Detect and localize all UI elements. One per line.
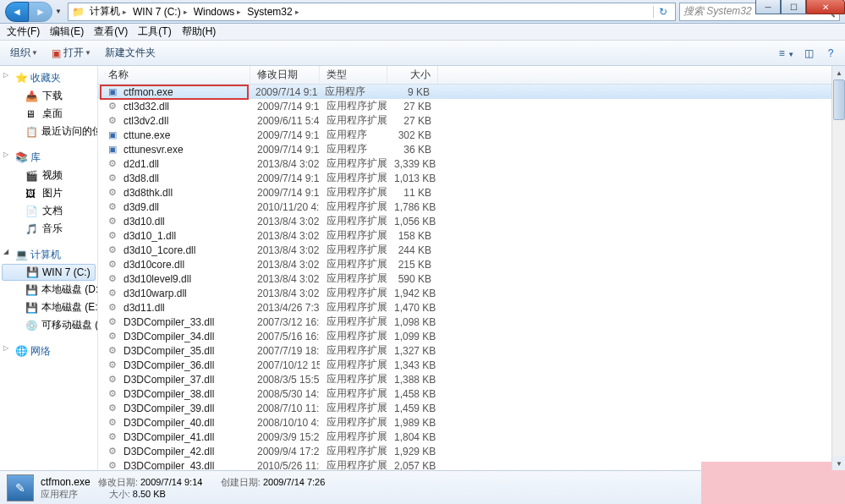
file-row[interactable]: ⚙d3d10.dll2013/8/4 3:02应用程序扩展1,056 KB: [98, 214, 845, 228]
file-row[interactable]: ⚙d3d11.dll2013/4/26 7:30应用程序扩展1,470 KB: [98, 300, 845, 315]
menu-tools[interactable]: 工具(T): [133, 23, 176, 41]
organize-button[interactable]: 组织 ▼: [5, 43, 43, 63]
file-name: D3DCompiler_42.dll: [123, 446, 214, 457]
file-size: 1,458 KB: [387, 388, 438, 400]
preview-pane-button[interactable]: ◫: [799, 47, 818, 59]
file-row[interactable]: ⚙D3DCompiler_37.dll2008/3/5 15:56应用程序扩展1…: [98, 372, 845, 386]
file-icon: ⚙: [108, 460, 120, 470]
col-header-date[interactable]: 修改日期: [250, 66, 320, 84]
vertical-scrollbar[interactable]: ▲ ▼: [831, 66, 845, 470]
file-row[interactable]: ⚙d3d10level9.dll2013/8/4 3:02应用程序扩展590 K…: [98, 271, 845, 286]
breadcrumb-computer[interactable]: 计算机▸: [88, 4, 131, 19]
nav-videos[interactable]: 🎬视频: [0, 167, 97, 184]
file-row[interactable]: ▣ctfmon.exe2009/7/14 9:14应用程序9 KB: [98, 85, 845, 99]
file-row[interactable]: ⚙d3d8.dll2009/7/14 9:15应用程序扩展1,013 KB: [98, 171, 845, 185]
close-button[interactable]: ✕: [806, 0, 845, 14]
file-row[interactable]: ⚙D3DCompiler_36.dll2007/10/12 15:14应用程序扩…: [98, 358, 845, 372]
file-icon: ⚙: [108, 101, 120, 112]
file-row[interactable]: ⚙D3DCompiler_40.dll2008/10/10 4:52应用程序扩展…: [98, 415, 845, 430]
nav-history-dropdown[interactable]: ▼: [52, 3, 64, 20]
nav-music[interactable]: 🎵音乐: [0, 220, 97, 238]
maximize-button[interactable]: ☐: [781, 0, 806, 14]
file-name: D3DCompiler_38.dll: [123, 388, 214, 400]
file-size: 36 KB: [387, 144, 438, 156]
file-row[interactable]: ⚙D3DCompiler_39.dll2008/7/10 11:00应用程序扩展…: [98, 401, 845, 415]
file-name: D3DCompiler_35.dll: [123, 345, 214, 357]
file-row[interactable]: ⚙D3DCompiler_34.dll2007/5/16 16:45应用程序扩展…: [98, 329, 845, 343]
nav-computer-header[interactable]: 💻 计算机: [0, 246, 97, 264]
nav-drive-d[interactable]: 💾本地磁盘 (D:): [0, 281, 97, 299]
file-row[interactable]: ⚙D3DCompiler_42.dll2009/9/4 17:29应用程序扩展1…: [98, 444, 845, 458]
file-row[interactable]: ⚙D3DCompiler_41.dll2009/3/9 15:27应用程序扩展1…: [98, 430, 845, 444]
nav-documents[interactable]: 📄文档: [0, 202, 97, 220]
file-name: D3DCompiler_43.dll: [123, 460, 214, 471]
minimize-button[interactable]: ─: [755, 0, 781, 14]
breadcrumb-drive[interactable]: WIN 7 (C:)▸: [131, 6, 192, 18]
file-row[interactable]: ▣cttune.exe2009/7/14 9:14应用程序302 KB: [98, 128, 845, 142]
file-name: d3d8thk.dll: [123, 187, 173, 199]
file-row[interactable]: ▣cttunesvr.exe2009/7/14 9:14应用程序36 KB: [98, 142, 845, 156]
nav-favorites-header[interactable]: ⭐ 收藏夹: [0, 69, 97, 87]
breadcrumb-windows[interactable]: Windows▸: [192, 6, 246, 18]
col-header-name[interactable]: 名称: [98, 66, 250, 84]
file-date: 2013/8/4 3:02: [250, 230, 320, 242]
address-bar[interactable]: 📁 计算机▸ WIN 7 (C:)▸ Windows▸ System32▸ ↻: [68, 3, 676, 21]
file-type: 应用程序扩展: [320, 300, 387, 315]
nav-forward-button[interactable]: ►: [29, 2, 52, 22]
file-row[interactable]: ⚙D3DCompiler_35.dll2007/7/19 18:14应用程序扩展…: [98, 343, 845, 358]
file-list[interactable]: ▣ctfmon.exe2009/7/14 9:14应用程序9 KB⚙ctl3d3…: [98, 85, 845, 470]
file-row[interactable]: ⚙d3d8thk.dll2009/7/14 9:15应用程序扩展11 KB: [98, 185, 845, 200]
scroll-down-button[interactable]: ▼: [832, 457, 845, 470]
file-type: 应用程序扩展: [320, 458, 387, 470]
file-date: 2013/8/4 3:02: [250, 259, 320, 271]
file-row[interactable]: ⚙ctl3d32.dll2009/7/14 9:15应用程序扩展27 KB: [98, 99, 845, 113]
file-name: cttunesvr.exe: [123, 144, 184, 156]
col-header-type[interactable]: 类型: [320, 66, 387, 84]
nav-back-button[interactable]: ◄: [5, 2, 29, 22]
breadcrumb-system32[interactable]: System32▸: [245, 6, 303, 18]
file-row[interactable]: ⚙D3DCompiler_38.dll2008/5/30 14:11应用程序扩展…: [98, 386, 845, 401]
file-row[interactable]: ⚙d3d9.dll2010/11/20 4:18应用程序扩展1,786 KB: [98, 200, 845, 214]
file-type: 应用程序: [320, 128, 387, 142]
file-row[interactable]: ⚙d3d10warp.dll2013/8/4 3:02应用程序扩展1,942 K…: [98, 286, 845, 300]
file-name: d3d10_1.dll: [123, 230, 176, 242]
details-filename: ctfmon.exe: [41, 476, 91, 488]
menu-edit[interactable]: 编辑(E): [45, 23, 89, 41]
refresh-button[interactable]: ↻: [653, 6, 672, 18]
file-row[interactable]: ⚙ctl3dv2.dll2009/6/11 5:42应用程序扩展27 KB: [98, 113, 845, 128]
view-mode-button[interactable]: ≡ ▼: [777, 47, 796, 59]
file-row[interactable]: ⚙d2d1.dll2013/8/4 3:02应用程序扩展3,339 KB: [98, 156, 845, 171]
scroll-thumb[interactable]: [833, 79, 845, 120]
nav-drive-c[interactable]: 💾WIN 7 (C:): [2, 264, 96, 281]
file-date: 2007/7/19 18:14: [250, 345, 320, 357]
file-row[interactable]: ⚙d3d10core.dll2013/8/4 3:02应用程序扩展215 KB: [98, 257, 845, 271]
file-name: d3d11.dll: [123, 302, 165, 314]
nav-recent[interactable]: 📋最近访问的位置: [0, 123, 97, 140]
file-date: 2009/7/14 9:14: [250, 144, 320, 156]
nav-network-header[interactable]: 🌐 网络: [0, 342, 97, 360]
nav-libraries-header[interactable]: 📚 库: [0, 149, 97, 167]
file-row[interactable]: ⚙d3d10_1core.dll2013/8/4 3:02应用程序扩展244 K…: [98, 243, 845, 257]
open-button[interactable]: ▣ 打开 ▼: [47, 43, 96, 63]
nav-drive-e[interactable]: 💾本地磁盘 (E:): [0, 299, 97, 316]
file-date: 2008/7/10 11:00: [250, 403, 320, 414]
file-name: cttune.exe: [123, 129, 170, 141]
file-row[interactable]: ⚙D3DCompiler_33.dll2007/3/12 16:42应用程序扩展…: [98, 315, 845, 329]
menu-view[interactable]: 查看(V): [89, 23, 133, 41]
col-header-size[interactable]: 大小: [387, 66, 438, 84]
menu-help[interactable]: 帮助(H): [177, 23, 222, 41]
nav-pictures[interactable]: 🖼图片: [0, 184, 97, 202]
file-row[interactable]: ⚙d3d10_1.dll2013/8/4 3:02应用程序扩展158 KB: [98, 228, 845, 243]
new-folder-button[interactable]: 新建文件夹: [100, 43, 161, 63]
file-date: 2008/3/5 15:56: [250, 374, 320, 386]
scroll-up-button[interactable]: ▲: [832, 66, 845, 79]
file-date: 2009/7/14 9:15: [250, 187, 320, 199]
file-type: 应用程序扩展: [320, 156, 387, 171]
menu-file[interactable]: 文件(F): [2, 23, 45, 41]
nav-drive-f[interactable]: 💿可移动磁盘 (F:): [0, 316, 97, 334]
help-button[interactable]: ?: [821, 47, 840, 59]
nav-downloads[interactable]: 📥下载: [0, 87, 97, 105]
file-type: 应用程序扩展: [320, 372, 387, 386]
nav-desktop[interactable]: 🖥桌面: [0, 105, 97, 123]
file-date: 2010/11/20 4:18: [250, 201, 320, 213]
